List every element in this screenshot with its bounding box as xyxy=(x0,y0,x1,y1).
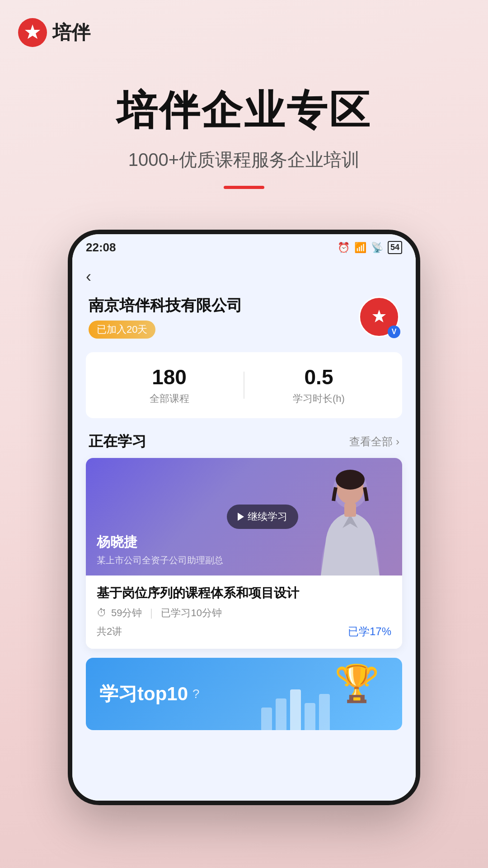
courses-label: 全部课程 xyxy=(95,392,244,406)
stats-card: 180 全部课程 0.5 学习时长(h) xyxy=(86,352,402,418)
studying-section-header: 正在学习 查看全部 › xyxy=(72,427,416,458)
app-header: 培伴 xyxy=(0,0,488,56)
signal-icon: 📶 xyxy=(354,242,366,254)
chart-col-2 xyxy=(276,698,286,730)
status-time: 22:08 xyxy=(86,241,116,255)
course-title: 基于岗位序列的课程体系和项目设计 xyxy=(97,585,391,602)
chart-col-4 xyxy=(305,703,315,730)
avatar-flower-icon xyxy=(366,303,393,330)
course-thumbnail: 杨晓捷 某上市公司全资子公司助理副总 继续学习 xyxy=(86,458,402,576)
course-lessons: 共2讲 xyxy=(97,625,122,638)
continue-label: 继续学习 xyxy=(248,510,287,524)
chart-col-1 xyxy=(261,708,272,730)
top10-card[interactable]: 学习top10 ? 🏆 xyxy=(86,658,402,730)
company-avatar: V xyxy=(359,297,399,337)
company-info: 南京培伴科技有限公司 已加入20天 xyxy=(89,295,242,339)
course-card[interactable]: 杨晓捷 某上市公司全资子公司助理副总 继续学习 基于岗位序列的课程体系和项目设计… xyxy=(86,458,402,649)
top10-label: 学习top10 xyxy=(99,681,188,707)
hours-label: 学习时长(h) xyxy=(244,392,393,406)
course-progress-row: 共2讲 已学17% xyxy=(97,624,391,639)
hero-divider xyxy=(224,186,264,189)
company-name: 南京培伴科技有限公司 xyxy=(89,295,242,316)
course-duration: 59分钟 xyxy=(111,606,142,620)
phone-wrapper: 22:08 ⏰ 📶 📡 54 ‹ 南京培伴科技有限公司 已加入20天 xyxy=(0,207,488,805)
top10-chart xyxy=(261,689,330,730)
status-icons: ⏰ 📶 📡 54 xyxy=(338,241,402,254)
studying-title: 正在学习 xyxy=(89,432,146,452)
svg-rect-7 xyxy=(344,503,356,517)
teacher-title: 某上市公司全资子公司助理副总 xyxy=(97,554,223,566)
course-studied: 已学习10分钟 xyxy=(161,606,221,620)
logo-icon xyxy=(18,18,47,47)
top10-question-icon: ? xyxy=(192,687,200,701)
chart-col-5 xyxy=(319,694,330,730)
hero-subtitle: 1000+优质课程服务企业培训 xyxy=(18,147,470,172)
back-button[interactable]: ‹ xyxy=(86,267,91,286)
logo-text: 培伴 xyxy=(52,20,90,45)
stat-courses: 180 全部课程 xyxy=(95,365,244,406)
trophy-icon: 🏆 xyxy=(334,662,380,705)
teacher-info: 杨晓捷 某上市公司全资子公司助理副总 xyxy=(97,533,223,566)
course-info: 基于岗位序列的课程体系和项目设计 ⏱ 59分钟 ｜ 已学习10分钟 共2讲 已学… xyxy=(86,576,402,649)
company-badge: 已加入20天 xyxy=(89,321,155,339)
app-content: ‹ 南京培伴科技有限公司 已加入20天 xyxy=(72,258,416,801)
chart-col-3 xyxy=(290,689,301,730)
wifi-icon: 📡 xyxy=(371,242,383,254)
hero-title: 培伴企业专区 xyxy=(18,83,470,138)
status-bar: 22:08 ⏰ 📶 📡 54 xyxy=(72,234,416,258)
teacher-silhouette xyxy=(307,462,393,576)
stat-hours: 0.5 学习时长(h) xyxy=(244,365,393,406)
hero-section: 培伴企业专区 1000+优质课程服务企业培训 xyxy=(0,56,488,207)
continue-button[interactable]: 继续学习 xyxy=(227,505,298,529)
verified-badge: V xyxy=(388,326,400,338)
course-progress: 已学17% xyxy=(348,624,391,639)
svg-point-6 xyxy=(336,470,365,490)
teacher-name: 杨晓捷 xyxy=(97,533,223,552)
hours-value: 0.5 xyxy=(244,365,393,389)
phone-mockup: 22:08 ⏰ 📶 📡 54 ‹ 南京培伴科技有限公司 已加入20天 xyxy=(68,230,420,805)
play-icon xyxy=(238,513,244,521)
clock-icon: ⏱ xyxy=(97,607,107,619)
company-section: 南京培伴科技有限公司 已加入20天 V xyxy=(72,291,416,348)
meta-sep: ｜ xyxy=(146,606,156,620)
view-all-link[interactable]: 查看全部 › xyxy=(349,434,399,449)
course-meta: ⏱ 59分钟 ｜ 已学习10分钟 xyxy=(97,606,391,620)
alarm-icon: ⏰ xyxy=(338,242,350,254)
battery-icon: 54 xyxy=(388,241,402,254)
courses-value: 180 xyxy=(95,365,244,389)
top-nav: ‹ xyxy=(72,258,416,291)
